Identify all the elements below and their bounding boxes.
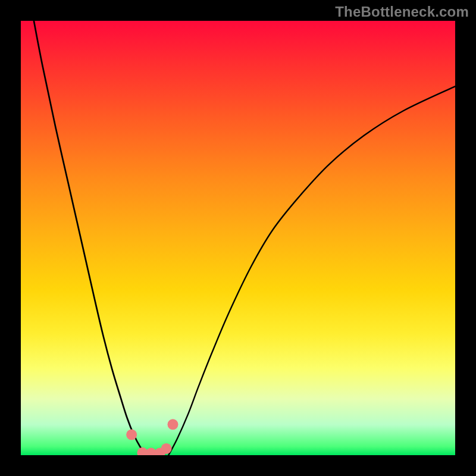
plot-area bbox=[21, 21, 455, 455]
curve-right bbox=[168, 86, 455, 455]
curve-marker bbox=[168, 419, 178, 430]
curve-marker bbox=[126, 430, 137, 440]
chart-svg bbox=[21, 21, 455, 455]
curve-left bbox=[34, 21, 147, 455]
watermark-text: TheBottleneck.com bbox=[335, 4, 469, 20]
outer-frame: TheBottleneck.com bbox=[0, 0, 476, 476]
curve-marker bbox=[161, 443, 172, 454]
